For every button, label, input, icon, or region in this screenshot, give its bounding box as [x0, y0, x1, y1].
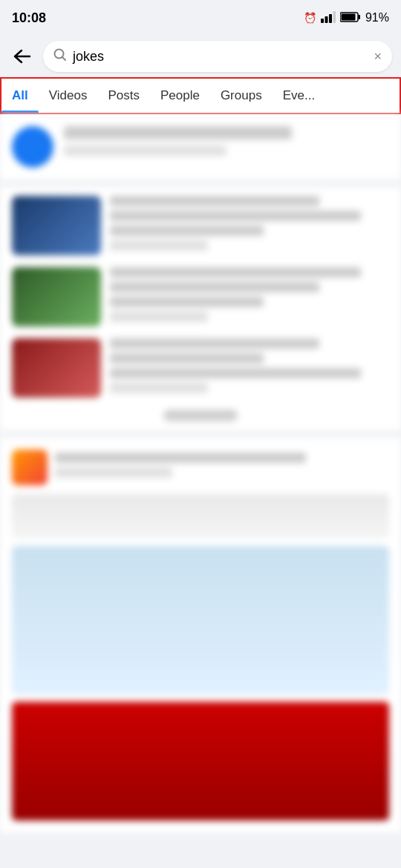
search-icon [53, 48, 67, 65]
tab-posts[interactable]: Posts [97, 79, 150, 113]
video-info-1 [110, 196, 389, 255]
post-text-area [12, 494, 389, 539]
video-thumbnail-1 [12, 196, 101, 255]
video-info-3 [110, 338, 389, 398]
result-avatar [12, 126, 53, 168]
back-button[interactable] [9, 43, 36, 70]
search-result-card-3 [0, 438, 401, 832]
search-row: jokes × [0, 36, 401, 77]
svg-rect-3 [333, 11, 336, 23]
clear-search-button[interactable]: × [374, 49, 382, 65]
svg-rect-2 [329, 14, 332, 23]
result-text [64, 126, 389, 156]
video-thumbnail-3 [12, 338, 101, 398]
tab-groups[interactable]: Groups [210, 79, 273, 113]
post-red-section [12, 702, 389, 821]
result-subtitle [64, 145, 226, 156]
search-result-card-1 [0, 114, 401, 180]
svg-rect-1 [325, 16, 327, 23]
result-title [64, 126, 292, 139]
status-time: 10:08 [12, 10, 46, 26]
post-header [12, 450, 389, 485]
video-result-row-1 [12, 196, 389, 255]
tab-people[interactable]: People [150, 79, 210, 113]
tab-all[interactable]: All [1, 79, 39, 113]
page-name-block [55, 453, 389, 482]
see-more-button[interactable] [12, 410, 389, 421]
tab-videos[interactable]: Videos [39, 79, 98, 113]
battery-icon [340, 12, 361, 24]
video-result-row-3 [12, 338, 389, 398]
see-more-label [163, 410, 238, 421]
tab-events[interactable]: Eve... [273, 79, 325, 113]
content-area [0, 114, 401, 868]
signal-icon [321, 11, 336, 25]
search-bar[interactable]: jokes × [43, 41, 392, 72]
post-image [12, 546, 389, 694]
status-bar: 10:08 ⏰ 91% [0, 0, 401, 36]
alarm-icon: ⏰ [304, 12, 316, 24]
battery-percent: 91% [365, 11, 389, 24]
status-icons: ⏰ 91% [304, 11, 389, 25]
video-info-2 [110, 267, 389, 326]
tabs-row: All Videos Posts People Groups Eve... [0, 77, 401, 114]
page-logo [12, 450, 48, 485]
search-result-card-2 [0, 187, 401, 430]
video-thumbnail-2 [12, 267, 101, 326]
search-query: jokes [73, 49, 368, 65]
svg-rect-0 [321, 19, 324, 23]
video-result-row-2 [12, 267, 389, 326]
svg-rect-5 [358, 15, 360, 19]
svg-rect-6 [341, 13, 355, 20]
